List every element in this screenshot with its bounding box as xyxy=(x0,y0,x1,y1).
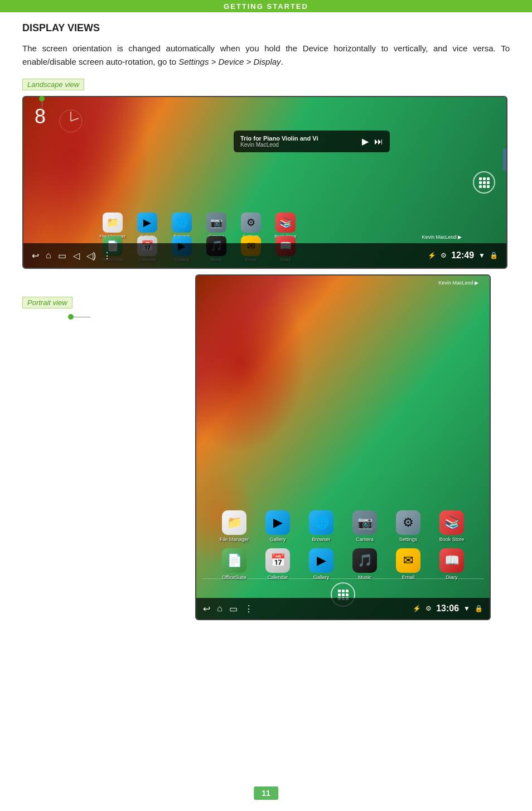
music-controls[interactable]: ▶ ⏭ xyxy=(362,136,383,147)
app-calendar-portrait[interactable]: 📅 Calendar xyxy=(258,548,298,580)
recent-button[interactable]: ▭ xyxy=(58,250,66,261)
portrait-settings-icon: ⚙ xyxy=(425,605,432,612)
app-gallery1-landscape[interactable]: ▶ Gallery xyxy=(130,213,164,239)
portrait-nav-icons: ↩ ⌂ ▭ ⋮ xyxy=(203,604,253,614)
landscape-device: 8 Trio for Piano Violin and Vi Kevin Mac… xyxy=(22,96,507,269)
bookstore-icon: 📚 xyxy=(275,213,296,233)
officesuite-icon-portrait: 📄 xyxy=(222,548,246,573)
page-number: 11 xyxy=(254,786,278,800)
music-title: Trio for Piano Violin and Vi xyxy=(240,135,355,142)
main-content: DISPLAY VIEWS The screen orientation is … xyxy=(0,12,532,643)
portrait-wifi-icon: ▼ xyxy=(463,605,470,612)
app-officesuite-portrait[interactable]: 📄 OfficeSuite xyxy=(214,548,254,580)
landscape-status-right: ⚡ ⚙ 12:49 ▼ 🔒 xyxy=(428,250,498,260)
portrait-label-area: Portrait view xyxy=(22,274,195,620)
file-manager-label-portrait: File Manager xyxy=(220,537,249,542)
app-camera-landscape[interactable]: 📷 Camera xyxy=(200,213,233,239)
music-info: Trio for Piano Violin and Vi Kevin MacLe… xyxy=(240,135,355,148)
portrait-music-info: Kevin MacLeod ▶ xyxy=(438,280,478,286)
officesuite-label-portrait: OfficeSuite xyxy=(222,575,246,580)
portrait-device: Kevin MacLeod ▶ 📁 File Manager ▶ Gallery… xyxy=(195,274,491,620)
apps-grid-icon xyxy=(479,177,490,188)
skip-icon[interactable]: ⏭ xyxy=(374,137,383,147)
portrait-menu-button[interactable]: ⋮ xyxy=(244,604,253,614)
app-diary-portrait[interactable]: 📖 Diary xyxy=(432,548,472,580)
app-file-manager-landscape[interactable]: 📁 File Manager xyxy=(96,213,129,239)
browser-icon-portrait: 🌐 xyxy=(309,510,333,535)
landscape-section: Landscape view 8 xyxy=(22,79,507,269)
landscape-line xyxy=(42,102,42,124)
app-settings-landscape[interactable]: ⚙ Settings xyxy=(234,213,268,239)
landscape-music-artist-status: Kevin MacLeod xyxy=(422,234,456,240)
bookstore-icon-portrait: 📚 xyxy=(439,510,464,535)
portrait-section: Portrait view Kevin MacLeod ▶ 📁 xyxy=(22,274,510,620)
gallery2-label-portrait: Gallery xyxy=(313,575,330,580)
app-gallery1-portrait[interactable]: ▶ Gallery xyxy=(258,510,298,542)
portrait-status-bar: ↩ ⌂ ▭ ⋮ ⚡ ⚙ 13:06 ▼ 🔒 xyxy=(196,598,490,619)
music-label-portrait: Music xyxy=(358,575,371,580)
body-text-italic: Settings > Device > Display xyxy=(178,57,280,66)
usb-icon: ⚡ xyxy=(428,252,436,259)
header-title: GETTING STARTED xyxy=(224,2,308,11)
portrait-status-right: ⚡ ⚙ 13:06 ▼ 🔒 xyxy=(413,604,483,614)
wifi-icon: ▼ xyxy=(478,252,485,259)
menu-button[interactable]: ⋮ xyxy=(103,250,112,261)
diary-icon-portrait: 📖 xyxy=(439,548,464,573)
app-camera-portrait[interactable]: 📷 Camera xyxy=(345,510,385,542)
gallery2-icon-portrait: ▶ xyxy=(309,548,333,573)
landscape-music-widget: Trio for Piano Violin and Vi Kevin MacLe… xyxy=(234,131,390,152)
file-manager-icon: 📁 xyxy=(103,213,123,233)
diary-label-portrait: Diary xyxy=(446,575,457,580)
portrait-apps-row2: 📄 OfficeSuite 📅 Calendar ▶ Gallery 🎵 Mus… xyxy=(202,548,484,585)
landscape-apps-row1: 📁 File Manager ▶ Gallery 🌐 Browser 📷 Cam… xyxy=(96,213,302,239)
top-bar: GETTING STARTED xyxy=(0,0,532,12)
landscape-status-bar: ↩ ⌂ ▭ ◁ ◁) ⋮ ⚡ ⚙ 12:49 ▼ 🔒 xyxy=(23,243,506,268)
browser-label-portrait: Browser xyxy=(312,537,330,542)
settings-status-icon: ⚙ xyxy=(441,252,447,259)
apps-button-landscape[interactable] xyxy=(473,171,495,194)
app-bookstore-portrait[interactable]: 📚 Book Store xyxy=(432,510,472,542)
email-icon-portrait: ✉ xyxy=(396,548,420,573)
app-gallery2-portrait[interactable]: ▶ Gallery xyxy=(301,548,341,580)
app-music-portrait[interactable]: 🎵 Music xyxy=(345,548,385,580)
app-browser-landscape[interactable]: 🌐 Browser xyxy=(165,213,199,239)
calendar-icon-portrait: 📅 xyxy=(265,548,290,573)
camera-icon-portrait: 📷 xyxy=(352,510,377,535)
play-icon[interactable]: ▶ xyxy=(362,136,369,147)
svg-line-2 xyxy=(71,118,79,121)
portrait-divider xyxy=(202,578,484,579)
bookstore-label-portrait: Book Store xyxy=(439,537,465,542)
app-file-manager-portrait[interactable]: 📁 File Manager xyxy=(214,510,254,542)
portrait-usb-icon: ⚡ xyxy=(413,605,421,612)
portrait-home-button[interactable]: ⌂ xyxy=(217,604,223,614)
back-button[interactable]: ↩ xyxy=(32,250,39,261)
portrait-line xyxy=(74,317,90,317)
settings-icon: ⚙ xyxy=(241,213,261,233)
portrait-music-artist: Kevin MacLeod xyxy=(438,280,473,286)
portrait-apps-row1: 📁 File Manager ▶ Gallery 🌐 Browser 📷 Cam… xyxy=(202,510,484,547)
app-email-portrait[interactable]: ✉ Email xyxy=(388,548,428,580)
home-button[interactable]: ⌂ xyxy=(46,250,51,260)
landscape-time: 12:49 xyxy=(451,250,474,260)
gallery1-icon-portrait: ▶ xyxy=(265,510,290,535)
app-settings-portrait[interactable]: ⚙ Settings xyxy=(388,510,428,542)
scroll-indicator[interactable] xyxy=(503,148,506,171)
landscape-label: Landscape view xyxy=(22,79,84,90)
landscape-nav-icons: ↩ ⌂ ▭ ◁ ◁) ⋮ xyxy=(32,250,112,261)
vol-off-button[interactable]: ◁ xyxy=(73,250,80,261)
section-title: DISPLAY VIEWS xyxy=(22,22,510,34)
body-text: The screen orientation is changed automa… xyxy=(22,42,510,69)
portrait-recent-button[interactable]: ▭ xyxy=(229,604,238,614)
portrait-play-icon: ▶ xyxy=(475,280,478,286)
portrait-back-button[interactable]: ↩ xyxy=(203,604,210,614)
app-browser-portrait[interactable]: 🌐 Browser xyxy=(301,510,341,542)
portrait-time: 13:06 xyxy=(436,604,459,614)
file-manager-icon-portrait: 📁 xyxy=(222,510,246,535)
landscape-music-status: Kevin MacLeod ▶ xyxy=(422,234,462,240)
app-bookstore-landscape[interactable]: 📚 Book Store xyxy=(269,213,302,239)
gallery1-label-portrait: Gallery xyxy=(270,537,286,542)
email-label-portrait: Email xyxy=(402,575,415,580)
vol-on-button[interactable]: ◁) xyxy=(86,250,96,261)
landscape-dot xyxy=(39,96,45,102)
body-text-end: . xyxy=(281,57,283,66)
